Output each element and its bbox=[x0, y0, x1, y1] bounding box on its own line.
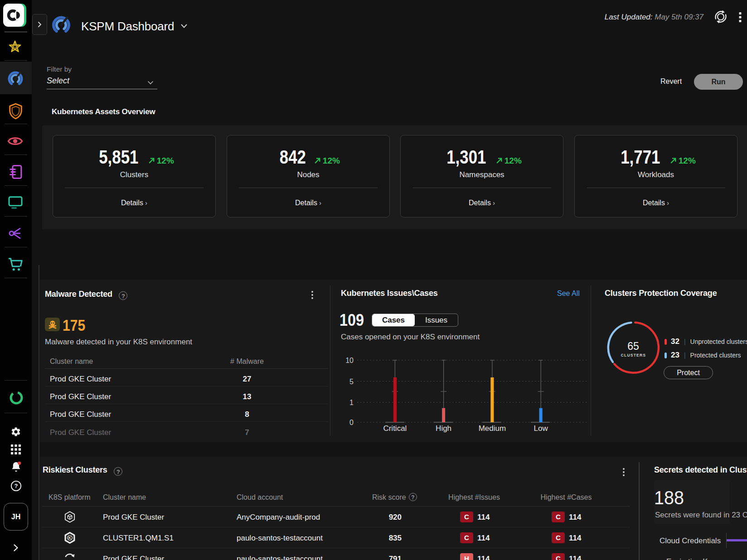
svg-text:10: 10 bbox=[345, 357, 354, 364]
svg-text:5: 5 bbox=[349, 378, 354, 386]
svg-text:High: High bbox=[436, 424, 451, 433]
svg-text:1: 1 bbox=[349, 399, 354, 406]
svg-text:0: 0 bbox=[349, 419, 354, 426]
svg-text:K: K bbox=[68, 536, 72, 540]
svg-text:Medium: Medium bbox=[479, 424, 506, 433]
svg-text:Critical: Critical bbox=[383, 424, 407, 433]
svg-text:?: ? bbox=[15, 483, 18, 489]
svg-text:Low: Low bbox=[534, 424, 548, 433]
